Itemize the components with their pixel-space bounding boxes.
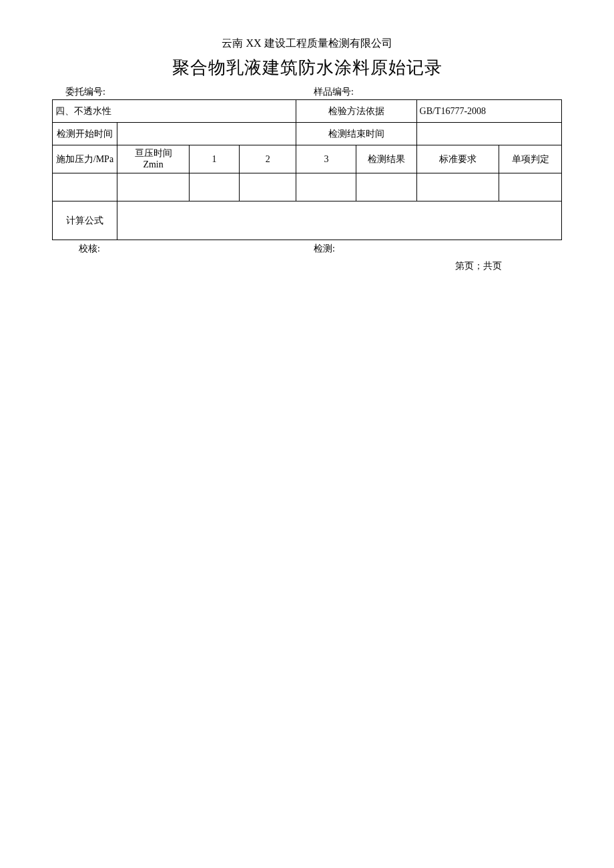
page-number-label: 第页；共页 bbox=[52, 260, 562, 272]
data-cell bbox=[240, 173, 296, 201]
data-cell bbox=[416, 173, 499, 201]
footer-row: 校核: 检测: bbox=[52, 240, 562, 255]
sample-number-label: 样品编号: bbox=[300, 86, 549, 98]
formula-label-cell: 计算公式 bbox=[53, 201, 117, 240]
column-1-header: 1 bbox=[190, 145, 240, 173]
data-cell bbox=[53, 173, 117, 201]
end-time-label-cell: 检测结束时间 bbox=[296, 123, 416, 145]
data-cell bbox=[356, 173, 416, 201]
result-label-cell: 检测结果 bbox=[356, 145, 416, 173]
data-cell bbox=[190, 173, 240, 201]
start-time-value-cell bbox=[117, 123, 296, 145]
data-cell bbox=[296, 173, 356, 201]
checker-label: 校核: bbox=[79, 243, 300, 255]
method-basis-value-cell: GB/T16777-2008 bbox=[416, 100, 561, 123]
record-table: 四、不透水性 检验方法依据 GB/T16777-2008 检测开始时间 检测结束… bbox=[52, 99, 562, 240]
hold-time-label-cell: 亘压时间 Zmin bbox=[117, 145, 189, 173]
hold-time-label-line1: 亘压时间 bbox=[135, 148, 172, 158]
method-basis-label-cell: 检验方法依据 bbox=[296, 100, 416, 123]
formula-value-cell bbox=[117, 201, 561, 240]
data-cell bbox=[499, 173, 562, 201]
start-time-label-cell: 检测开始时间 bbox=[53, 123, 117, 145]
meta-row: 委托编号: 样品编号: bbox=[52, 86, 562, 98]
document-title: 聚合物乳液建筑防水涂料原始记录 bbox=[52, 56, 562, 79]
single-judge-label-cell: 单项判定 bbox=[499, 145, 562, 173]
pressure-label-cell: 施加压力/MPa bbox=[53, 145, 117, 173]
entrust-number-label: 委托编号: bbox=[65, 86, 300, 98]
hold-time-label-line2: Zmin bbox=[143, 159, 163, 169]
standard-req-label-cell: 标准要求 bbox=[416, 145, 499, 173]
column-3-header: 3 bbox=[296, 145, 356, 173]
section-title-cell: 四、不透水性 bbox=[53, 100, 296, 123]
tester-label: 检测: bbox=[300, 243, 535, 255]
company-name: 云南 XX 建设工程质量检测有限公司 bbox=[52, 37, 562, 51]
data-cell bbox=[117, 173, 189, 201]
column-2-header: 2 bbox=[240, 145, 296, 173]
end-time-value-cell bbox=[416, 123, 561, 145]
